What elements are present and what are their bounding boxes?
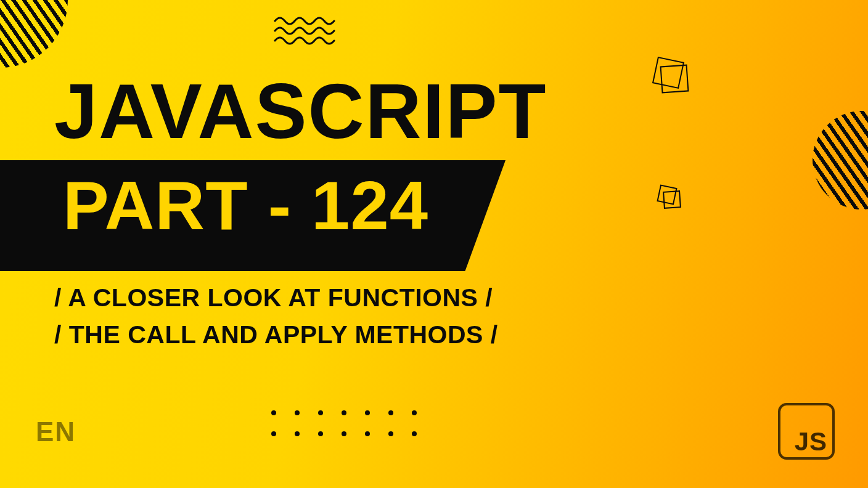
part-label: PART - 124 bbox=[63, 171, 428, 240]
main-title: JAVASCRIPT bbox=[54, 73, 547, 150]
subtitle-line-1: / A CLOSER LOOK AT FUNCTIONS / bbox=[54, 283, 493, 312]
striped-circle-decoration bbox=[813, 111, 868, 209]
square-decoration bbox=[660, 65, 689, 94]
js-logo-text: JS bbox=[795, 429, 827, 455]
thumbnail-canvas: JAVASCRIPT PART - 124 / A CLOSER LOOK AT… bbox=[0, 0, 868, 488]
dots-decoration bbox=[271, 410, 435, 452]
square-decoration bbox=[663, 190, 681, 209]
subtitle-line-2: / THE CALL AND APPLY METHODS / bbox=[54, 320, 498, 349]
language-badge: EN bbox=[36, 417, 76, 447]
js-logo-icon: JS bbox=[778, 403, 835, 460]
waves-icon bbox=[274, 15, 335, 46]
corner-stripes-decoration bbox=[0, 0, 68, 68]
